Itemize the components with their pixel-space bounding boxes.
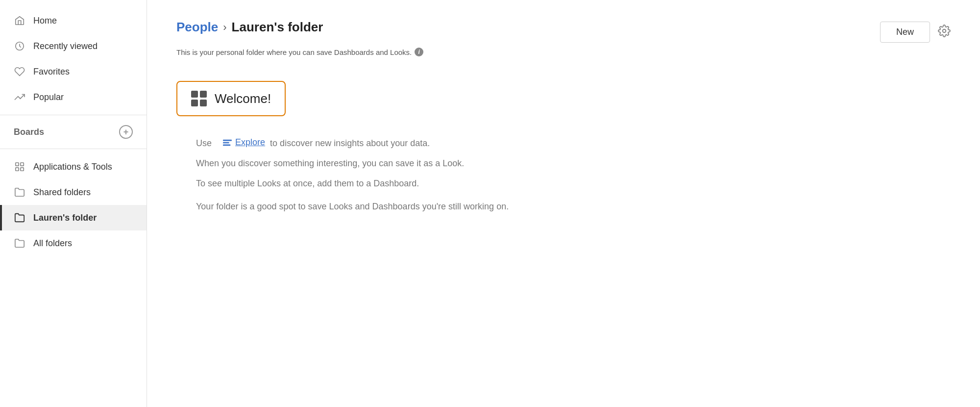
sidebar-divider-2 <box>0 149 147 149</box>
sidebar-item-home[interactable]: Home <box>0 8 147 33</box>
folder-icon-all <box>14 237 25 249</box>
sidebar-item-shared-folders[interactable]: Shared folders <box>0 179 147 205</box>
svg-rect-2 <box>21 163 24 166</box>
content-line-4: Your folder is a good spot to save Looks… <box>196 200 951 213</box>
welcome-card: Welcome! <box>176 81 286 116</box>
breadcrumb: People › Lauren's folder <box>176 20 323 35</box>
svg-rect-6 <box>223 139 232 141</box>
heart-icon <box>14 66 25 77</box>
sidebar-item-laurens-folder-label: Lauren's folder <box>33 213 97 223</box>
content-line-2: When you discover something interesting,… <box>196 157 951 170</box>
welcome-title: Welcome! <box>215 91 271 106</box>
breadcrumb-chevron: › <box>223 21 226 34</box>
sidebar-item-recently-viewed[interactable]: Recently viewed <box>0 33 147 59</box>
new-button[interactable]: New <box>880 22 930 43</box>
sidebar-item-shared-folders-label: Shared folders <box>33 187 91 198</box>
sidebar-item-applications-tools[interactable]: Applications & Tools <box>0 154 147 179</box>
svg-rect-7 <box>223 142 229 143</box>
sidebar-item-applications-tools-label: Applications & Tools <box>33 162 112 172</box>
explore-link-text: Explore <box>235 136 265 149</box>
add-board-button[interactable]: + <box>119 125 133 139</box>
sidebar-item-home-label: Home <box>33 16 57 26</box>
sidebar-item-popular-label: Popular <box>33 92 64 102</box>
content-line-3: To see multiple Looks at once, add them … <box>196 177 951 190</box>
page-header: People › Lauren's folder New <box>176 20 951 43</box>
grid-icon <box>14 161 25 173</box>
breadcrumb-parent[interactable]: People <box>176 20 218 35</box>
gear-icon[interactable] <box>938 25 951 40</box>
sidebar-item-favorites-label: Favorites <box>33 67 70 77</box>
sidebar: Home Recently viewed Favorites Popular <box>0 0 147 407</box>
subtitle-text: This is your personal folder where you c… <box>176 48 412 56</box>
home-icon <box>14 15 25 26</box>
boards-section-header: Boards + <box>0 120 147 144</box>
sidebar-item-all-folders[interactable]: All folders <box>0 230 147 256</box>
sidebar-item-all-folders-label: All folders <box>33 238 72 249</box>
svg-rect-8 <box>223 144 230 146</box>
info-icon[interactable]: i <box>415 48 423 56</box>
sidebar-divider-1 <box>0 115 147 115</box>
svg-point-5 <box>943 29 946 32</box>
main-content: People › Lauren's folder New This is you… <box>147 0 980 407</box>
svg-rect-3 <box>16 168 19 171</box>
trending-icon <box>14 91 25 103</box>
breadcrumb-current: Lauren's folder <box>232 20 323 35</box>
content-line1-suffix: to discover new insights about your data… <box>268 138 430 148</box>
welcome-grid-icon <box>191 91 207 106</box>
sidebar-item-favorites[interactable]: Favorites <box>0 59 147 84</box>
content-section: Use Explore to discover new insights abo… <box>176 136 951 220</box>
sidebar-item-recently-viewed-label: Recently viewed <box>33 41 98 51</box>
svg-rect-1 <box>16 163 19 166</box>
sidebar-item-laurens-folder[interactable]: Lauren's folder <box>0 205 147 230</box>
svg-rect-4 <box>21 168 24 171</box>
header-actions: New <box>880 22 951 43</box>
sidebar-item-popular[interactable]: Popular <box>0 84 147 110</box>
explore-link[interactable]: Explore <box>223 136 265 149</box>
content-line-1: Use Explore to discover new insights abo… <box>196 136 951 150</box>
content-line1-prefix: Use <box>196 138 212 148</box>
folder-icon-laurens <box>14 212 25 224</box>
folder-icon-shared <box>14 186 25 198</box>
clock-icon <box>14 40 25 52</box>
page-subtitle: This is your personal folder where you c… <box>176 48 951 56</box>
boards-label: Boards <box>14 127 44 137</box>
